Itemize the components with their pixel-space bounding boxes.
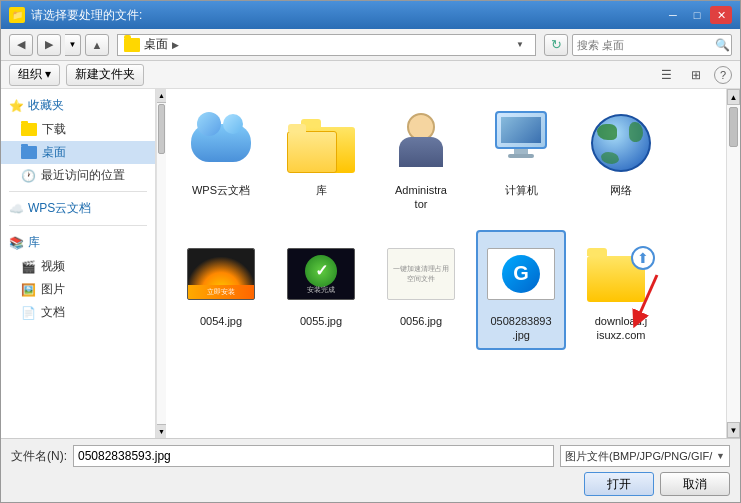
file-area-scrollbar[interactable]: ▲ ▼ xyxy=(726,89,740,438)
jpg2-circle: ✓ xyxy=(305,255,337,287)
file-item-0056[interactable]: 一键加速清理占用空间文件 0056.jpg xyxy=(376,230,466,351)
sidebar-scroll-track xyxy=(157,103,166,424)
sidebar-item-doc[interactable]: 📄 文档 xyxy=(1,301,155,324)
view-list-button[interactable]: ☰ xyxy=(654,64,678,86)
address-content: 桌面 ▶ xyxy=(124,36,511,53)
filename-row: 文件名(N): 图片文件(BMP/JPG/PNG/GIF/ ▼ xyxy=(11,445,730,467)
open-button[interactable]: 打开 xyxy=(584,472,654,496)
address-toolbar: ◀ ▶ ▼ ▲ 桌面 ▶ ▼ ↻ 🔍 xyxy=(1,29,740,61)
sidebar-item-download[interactable]: 下载 xyxy=(1,118,155,141)
admin-icon-container xyxy=(385,107,457,179)
star-icon: ⭐ xyxy=(9,99,24,113)
desktop-label: 桌面 xyxy=(42,144,66,161)
file-scroll-down[interactable]: ▼ xyxy=(727,422,740,438)
download-folder-icon: ⬆ xyxy=(587,246,655,302)
maximize-button[interactable]: □ xyxy=(686,6,708,24)
view-grid-button[interactable]: ⊞ xyxy=(684,64,708,86)
globe-land-1 xyxy=(597,124,617,140)
library-section: 📚 库 🎬 视频 🖼️ 图片 📄 文档 xyxy=(1,230,155,324)
back-button[interactable]: ◀ xyxy=(9,34,33,56)
file-item-selected-jpg[interactable]: G 0508283893.jpg xyxy=(476,230,566,351)
download-label: 下载 xyxy=(42,121,66,138)
sidebar-item-desktop[interactable]: 桌面 xyxy=(1,141,155,164)
dl-folder-tab xyxy=(587,248,607,256)
file-item-administrator[interactable]: Administrator xyxy=(376,99,466,220)
address-dropdown-button[interactable]: ▼ xyxy=(511,34,529,56)
computer-icon-container xyxy=(485,107,557,179)
jpg1-thumb: 立即安装 xyxy=(187,248,255,300)
nav-dropdown-button[interactable]: ▼ xyxy=(65,34,81,56)
selected-jpg-logo: G xyxy=(502,255,540,293)
download-label: download.jisuxz.com xyxy=(595,314,648,343)
bottom-buttons: 打开 取消 xyxy=(11,472,730,496)
address-bar[interactable]: 桌面 ▶ ▼ xyxy=(117,34,536,56)
download-folder-icon xyxy=(21,123,37,136)
monitor-screen xyxy=(501,117,541,143)
image-label: 图片 xyxy=(41,281,65,298)
file-scroll-thumb[interactable] xyxy=(729,107,738,147)
file-item-library[interactable]: 库 xyxy=(276,99,366,220)
video-icon: 🎬 xyxy=(21,260,36,274)
jpg2-label: 0055.jpg xyxy=(300,314,342,328)
library-header[interactable]: 📚 库 xyxy=(1,230,155,255)
address-text: 桌面 xyxy=(144,36,168,53)
doc-icon: 📄 xyxy=(21,306,36,320)
organize-toolbar: 组织 ▾ 新建文件夹 ☰ ⊞ ? xyxy=(1,61,740,89)
up-button[interactable]: ▲ xyxy=(85,34,109,56)
sidebar-container: ⭐ 收藏夹 下载 桌面 xyxy=(1,89,166,438)
wps-cloud-header[interactable]: ☁️ WPS云文档 xyxy=(1,196,155,221)
library-icon: 📚 xyxy=(9,236,24,250)
computer-icon xyxy=(489,111,553,175)
file-item-wps-cloud[interactable]: WPS云文档 xyxy=(176,99,266,220)
cancel-button[interactable]: 取消 xyxy=(660,472,730,496)
help-button[interactable]: ? xyxy=(714,66,732,84)
favorites-header[interactable]: ⭐ 收藏夹 xyxy=(1,93,155,118)
download-icon-container: ⬆ xyxy=(585,238,657,310)
sidebar-scroll-up[interactable]: ▲ xyxy=(157,89,166,103)
selected-jpg-label: 0508283893.jpg xyxy=(490,314,551,343)
sidebar-scroll-thumb[interactable] xyxy=(158,104,165,154)
new-folder-button[interactable]: 新建文件夹 xyxy=(66,64,144,86)
network-label: 网络 xyxy=(610,183,632,197)
refresh-button[interactable]: ↻ xyxy=(544,34,568,56)
close-button[interactable]: ✕ xyxy=(710,6,732,24)
minimize-button[interactable]: ─ xyxy=(662,6,684,24)
organize-button[interactable]: 组织 ▾ xyxy=(9,64,60,86)
selected-jpg-thumb: G xyxy=(487,248,555,300)
filename-input[interactable] xyxy=(73,445,554,467)
jpg1-bar: 立即安装 xyxy=(188,285,254,299)
monitor-base xyxy=(508,154,534,158)
dialog-icon: 📁 xyxy=(9,7,25,23)
dl-arrow-badge: ⬆ xyxy=(631,246,655,270)
favorites-section: ⭐ 收藏夹 下载 桌面 xyxy=(1,93,155,187)
sidebar-scrollbar[interactable]: ▲ ▼ xyxy=(156,89,166,438)
file-scroll-track xyxy=(727,105,740,422)
file-item-download[interactable]: ⬆ xyxy=(576,230,666,351)
globe-icon xyxy=(591,114,651,172)
search-input[interactable] xyxy=(577,39,715,51)
person-icon xyxy=(391,111,451,175)
search-bar: 🔍 xyxy=(572,34,732,56)
dialog-title: 请选择要处理的文件: xyxy=(31,7,142,24)
lib-front-tab xyxy=(288,124,306,132)
globe-land-3 xyxy=(601,152,619,164)
library-icon-container xyxy=(285,107,357,179)
file-item-0055[interactable]: ✓ 安装完成 0055.jpg xyxy=(276,230,366,351)
sidebar-scroll-down[interactable]: ▼ xyxy=(157,424,166,438)
sidebar-item-video[interactable]: 🎬 视频 xyxy=(1,255,155,278)
title-bar-left: 📁 请选择要处理的文件: xyxy=(9,7,142,24)
image-icon: 🖼️ xyxy=(21,283,36,297)
favorites-label: 收藏夹 xyxy=(28,97,64,114)
sidebar-item-recent[interactable]: 🕐 最近访问的位置 xyxy=(1,164,155,187)
search-icon[interactable]: 🔍 xyxy=(715,36,730,54)
file-item-network[interactable]: 网络 xyxy=(576,99,666,220)
file-scroll-up[interactable]: ▲ xyxy=(727,89,740,105)
library-folder-icon xyxy=(287,113,355,173)
wps-cloud-icon-container xyxy=(185,107,257,179)
file-item-computer[interactable]: 计算机 xyxy=(476,99,566,220)
sidebar-item-image[interactable]: 🖼️ 图片 xyxy=(1,278,155,301)
library-label: 库 xyxy=(316,183,327,197)
forward-button[interactable]: ▶ xyxy=(37,34,61,56)
filetype-select[interactable]: 图片文件(BMP/JPG/PNG/GIF/ ▼ xyxy=(560,445,730,467)
file-item-0054[interactable]: 立即安装 0054.jpg xyxy=(176,230,266,351)
